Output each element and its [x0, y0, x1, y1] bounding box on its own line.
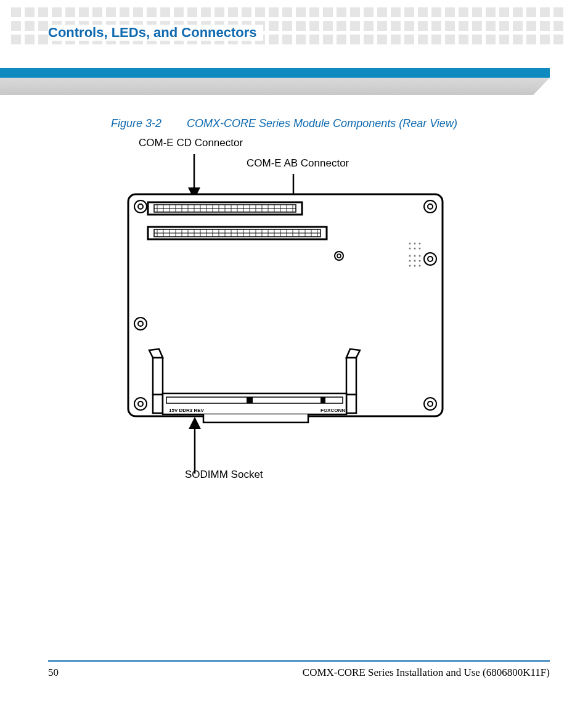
board-marking-right: FOXCONN — [321, 408, 345, 413]
section-title: Controls, LEDs, and Connectors — [48, 25, 263, 41]
svg-rect-91 — [346, 358, 356, 395]
svg-point-31 — [414, 265, 416, 267]
svg-point-32 — [419, 265, 421, 267]
board-illustration: 15V DDR3 REV FOXCONN — [105, 148, 487, 487]
svg-point-19 — [414, 243, 416, 245]
svg-rect-96 — [321, 397, 325, 403]
svg-point-5 — [138, 204, 143, 209]
svg-point-30 — [409, 265, 411, 267]
figure-caption: Figure 3-2 COMX-CORE Series Module Compo… — [111, 117, 457, 130]
svg-point-26 — [419, 255, 421, 257]
svg-point-7 — [428, 204, 433, 209]
diagram: COM-E CD Connector COM-E AB Connector SO… — [105, 136, 487, 487]
svg-rect-92 — [346, 395, 356, 413]
svg-point-15 — [428, 257, 433, 261]
svg-point-27 — [409, 260, 411, 262]
svg-point-13 — [138, 321, 143, 326]
figure-number: Figure 3-2 — [111, 117, 161, 129]
svg-point-22 — [414, 248, 416, 250]
svg-point-20 — [419, 243, 421, 245]
board-marking-left: 15V DDR3 REV — [169, 408, 205, 413]
footer-rule — [48, 660, 550, 662]
page-number: 50 — [48, 667, 59, 679]
footer-doc-title: COMX-CORE Series Installation and Use (6… — [303, 667, 550, 679]
svg-point-11 — [428, 401, 433, 406]
figure-title: COMX-CORE Series Module Components (Rear… — [187, 117, 457, 129]
svg-point-18 — [409, 243, 411, 245]
svg-rect-90 — [153, 395, 163, 413]
svg-rect-95 — [247, 397, 253, 403]
svg-point-24 — [409, 255, 411, 257]
svg-point-21 — [409, 248, 411, 250]
svg-point-17 — [337, 254, 341, 258]
svg-point-25 — [414, 255, 416, 257]
svg-point-9 — [138, 401, 143, 406]
svg-point-29 — [419, 260, 421, 262]
svg-rect-89 — [153, 358, 163, 395]
svg-point-23 — [419, 248, 421, 250]
header-blue-bar — [0, 68, 550, 78]
label-com-e-cd: COM-E CD Connector — [139, 137, 243, 149]
header-grey-bevel — [0, 78, 550, 95]
svg-point-28 — [414, 260, 416, 262]
